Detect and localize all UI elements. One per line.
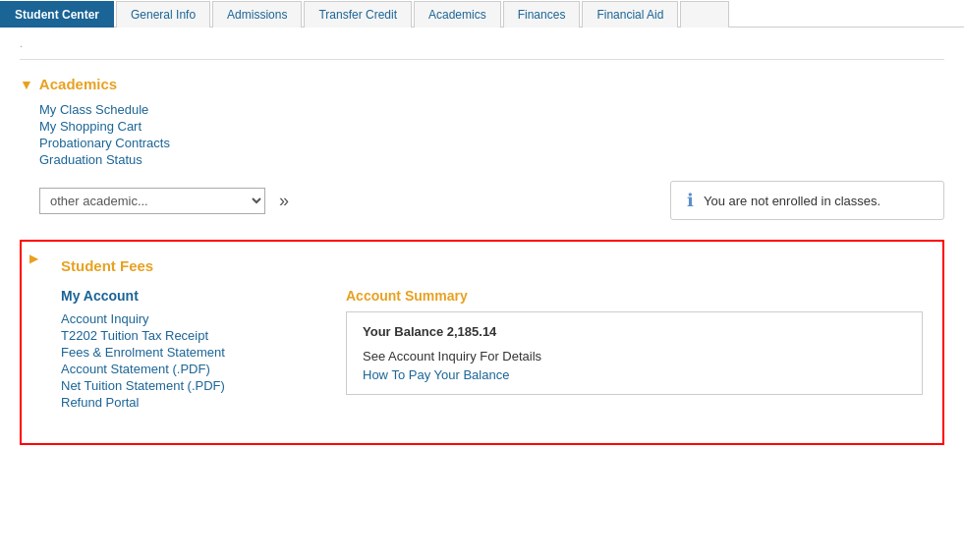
partial-breadcrumb: .: [20, 37, 944, 49]
fees-section-title: Student Fees: [61, 257, 923, 274]
top-nav: Student Center General Info Admissions T…: [0, 0, 964, 28]
enrollment-notice: ℹ You are not enrolled in classes.: [670, 181, 944, 220]
account-inquiry-note: See Account Inquiry For Details: [363, 349, 906, 364]
account-summary-box: Your Balance 2,185.14 See Account Inquir…: [346, 311, 923, 395]
tab-student-center[interactable]: Student Center: [0, 1, 114, 28]
other-academic-row: other academic... »: [39, 188, 297, 214]
my-account-column: My Account Account Inquiry T2202 Tuition…: [61, 288, 316, 423]
go-button[interactable]: »: [271, 188, 297, 213]
link-fees-enrolment[interactable]: Fees & Enrolment Statement: [61, 345, 316, 360]
academics-link-list: My Class Schedule My Shopping Cart Proba…: [39, 102, 944, 167]
account-summary-title: Account Summary: [346, 288, 923, 304]
tab-finances[interactable]: Finances: [503, 1, 581, 28]
main-content: . ▼ Academics My Class Schedule My Shopp…: [0, 28, 964, 475]
link-how-to-pay[interactable]: How To Pay Your Balance: [363, 367, 509, 382]
account-summary-column: Account Summary Your Balance 2,185.14 Se…: [346, 288, 923, 423]
tab-general-info[interactable]: General Info: [116, 1, 210, 28]
enrollment-notice-text: You are not enrolled in classes.: [704, 194, 880, 208]
link-account-statement-pdf[interactable]: Account Statement (.PDF): [61, 362, 316, 376]
tab-admissions[interactable]: Admissions: [212, 1, 302, 28]
info-icon: ℹ: [687, 190, 694, 211]
link-net-tuition-pdf[interactable]: Net Tuition Statement (.PDF): [61, 378, 316, 393]
link-account-inquiry[interactable]: Account Inquiry: [61, 311, 316, 326]
academics-collapse-arrow[interactable]: ▼: [20, 77, 33, 92]
link-my-class-schedule[interactable]: My Class Schedule: [39, 102, 944, 117]
fees-columns: My Account Account Inquiry T2202 Tuition…: [61, 288, 923, 423]
tab-financial-aid[interactable]: Financial Aid: [582, 1, 678, 28]
my-account-title: My Account: [61, 288, 316, 304]
link-refund-portal[interactable]: Refund Portal: [61, 395, 316, 410]
academics-section-title: Academics: [39, 76, 117, 92]
academics-section-header: ▼ Academics: [20, 76, 944, 92]
my-account-links: Account Inquiry T2202 Tuition Tax Receip…: [61, 311, 316, 410]
divider-top: [20, 59, 944, 60]
tab-transfer-credit[interactable]: Transfer Credit: [304, 1, 412, 28]
student-fees-box: ▶ Student Fees My Account Account Inquir…: [20, 240, 944, 445]
balance-text: Your Balance 2,185.14: [363, 324, 906, 339]
link-probationary-contracts[interactable]: Probationary Contracts: [39, 136, 944, 150]
link-graduation-status[interactable]: Graduation Status: [39, 152, 944, 167]
tab-academics[interactable]: Academics: [414, 1, 501, 28]
link-my-shopping-cart[interactable]: My Shopping Cart: [39, 119, 944, 134]
link-t2202[interactable]: T2202 Tuition Tax Receipt: [61, 328, 316, 343]
fees-corner-arrow: ▶: [29, 252, 38, 265]
tab-placeholder: [680, 1, 729, 28]
other-academic-dropdown[interactable]: other academic...: [39, 188, 265, 214]
